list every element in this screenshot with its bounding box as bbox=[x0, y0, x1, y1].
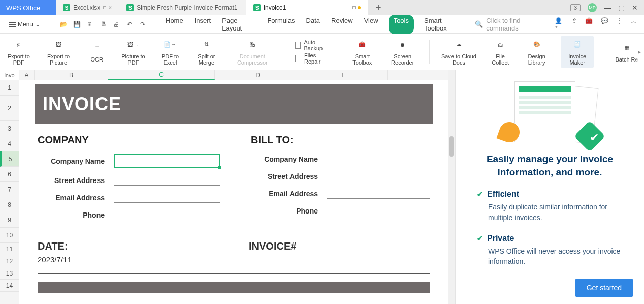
tool-invoice-maker[interactable]: 🧾 Invoice Maker bbox=[561, 36, 594, 68]
row-header[interactable]: 12 bbox=[0, 255, 19, 267]
tab-split-icon[interactable] bbox=[352, 6, 356, 9]
row-header[interactable]: 13 bbox=[0, 267, 19, 280]
undo-icon[interactable]: ↶ bbox=[125, 21, 134, 28]
column-header[interactable]: A bbox=[19, 70, 35, 80]
tool-smart-toolbox[interactable]: 🧰 Smart Toolbox bbox=[348, 38, 376, 66]
worksheet-canvas[interactable]: INVOICE COMPANY Company Name Street Addr… bbox=[19, 80, 448, 304]
tool-split-merge[interactable]: ⇅ Split or Merge bbox=[193, 38, 220, 66]
row-header[interactable]: 4 bbox=[0, 136, 19, 151]
row-header[interactable]: 2 bbox=[0, 96, 19, 121]
tool-screen-recorder[interactable]: ⏺ Screen Recorder bbox=[386, 38, 418, 66]
tab-label: Simple Fresh Purple Invoice Format1 bbox=[137, 4, 237, 11]
ribbon-tab-view[interactable]: View bbox=[363, 15, 379, 34]
minimize-icon[interactable]: — bbox=[604, 4, 611, 12]
recorder-icon: ⏺ bbox=[396, 38, 409, 51]
tool-label: Document Compressor bbox=[230, 53, 275, 66]
split-merge-icon: ⇅ bbox=[200, 38, 213, 51]
save-icon[interactable]: 💾 bbox=[73, 21, 81, 28]
picture-export-icon: 🖼 bbox=[52, 38, 65, 51]
tool-export-pdf[interactable]: ⎘ Export to PDF bbox=[5, 38, 33, 66]
row-header[interactable]: 6 bbox=[0, 167, 19, 182]
tab-close-icon[interactable]: × bbox=[108, 4, 112, 11]
date-value[interactable]: 2023/7/11 bbox=[38, 255, 218, 264]
open-icon[interactable]: 📂 bbox=[59, 21, 68, 28]
ribbon-scroll-right[interactable]: ▸ bbox=[635, 34, 644, 70]
row-header[interactable]: 11 bbox=[0, 243, 19, 255]
vertical-scrollbar[interactable] bbox=[448, 70, 455, 304]
column-header[interactable]: D bbox=[215, 70, 301, 80]
row-header[interactable]: 7 bbox=[0, 182, 19, 197]
tool-auto-backup[interactable]: Auto Backup bbox=[295, 39, 328, 51]
tool-file-collect[interactable]: 🗂 File Collect bbox=[488, 38, 512, 66]
new-tab-button[interactable]: + bbox=[368, 0, 389, 15]
spreadsheet-icon: S bbox=[63, 4, 70, 11]
tool-design-library[interactable]: 🎨 Design Library bbox=[523, 38, 551, 66]
maximize-icon[interactable]: ▢ bbox=[618, 4, 625, 12]
redo-icon[interactable]: ↷ bbox=[139, 21, 147, 28]
collapse-ribbon-icon[interactable]: ︿ bbox=[631, 17, 637, 32]
row-header[interactable]: 14 bbox=[0, 280, 19, 292]
feedback-icon[interactable]: 💬 bbox=[601, 17, 608, 32]
tab-split-icon[interactable] bbox=[103, 6, 106, 9]
document-tab-active[interactable]: S invoice1 bbox=[246, 0, 368, 15]
close-icon[interactable]: ✕ bbox=[632, 4, 638, 12]
field-input-line[interactable] bbox=[114, 193, 220, 203]
share-icon[interactable]: ⇪ bbox=[572, 17, 577, 32]
avatar[interactable]: MP bbox=[588, 3, 597, 12]
row-header[interactable]: 9 bbox=[0, 212, 19, 228]
row-header[interactable]: 3 bbox=[0, 121, 19, 136]
tool-label: Save to Cloud Docs bbox=[440, 53, 478, 66]
get-started-button[interactable]: Get started bbox=[575, 279, 633, 297]
row-header[interactable]: 10 bbox=[0, 228, 19, 243]
tool-picture-to-pdf[interactable]: 🖼→ Picture to PDF bbox=[119, 38, 147, 66]
tab-label: invoice1 bbox=[264, 4, 286, 11]
user-add-icon[interactable]: 👤⁺ bbox=[555, 17, 564, 32]
print-preview-icon[interactable]: 🗎 bbox=[86, 21, 94, 28]
menu-button[interactable]: Menu ⌄ bbox=[4, 18, 45, 31]
search-placeholder: Click to find commands bbox=[486, 17, 553, 32]
field-input-line[interactable] bbox=[114, 175, 220, 186]
row-header[interactable]: 5 bbox=[0, 151, 19, 167]
date-label: DATE: bbox=[38, 240, 218, 252]
ribbon-tab-smart-toolbox[interactable]: Smart Toolbox bbox=[423, 15, 464, 34]
ribbon-tab-home[interactable]: Home bbox=[165, 15, 184, 34]
document-tab[interactable]: S Simple Fresh Purple Invoice Format1 bbox=[119, 0, 246, 15]
ribbon-tab-insert[interactable]: Insert bbox=[194, 15, 212, 34]
column-header[interactable]: E bbox=[301, 70, 388, 80]
toolbox-icon[interactable]: 🧰 bbox=[585, 17, 593, 32]
column-header[interactable]: B bbox=[35, 70, 108, 80]
ribbon-tools: ⎘ Export to PDF 🖼 Export to Picture ⌗ OC… bbox=[0, 34, 644, 70]
print-direct-icon[interactable]: 🖨 bbox=[112, 21, 120, 28]
unsaved-dot-icon bbox=[358, 6, 361, 9]
document-tab[interactable]: S Excel.xlsx × bbox=[56, 0, 119, 15]
field-input-line[interactable] bbox=[327, 171, 430, 181]
tool-export-picture[interactable]: 🖼 Export to Picture bbox=[43, 38, 75, 66]
field-input-line[interactable] bbox=[114, 210, 220, 220]
active-cell[interactable] bbox=[114, 154, 220, 168]
tool-label: Design Library bbox=[523, 53, 551, 66]
backup-icon bbox=[295, 42, 301, 49]
feature-title: Private bbox=[487, 234, 514, 243]
field-input-line[interactable] bbox=[327, 206, 430, 216]
row-header[interactable]: 8 bbox=[0, 197, 19, 212]
ribbon-tab-page-layout[interactable]: Page Layout bbox=[221, 15, 257, 34]
row-header[interactable]: 1 bbox=[0, 80, 19, 96]
ribbon-tab-data[interactable]: Data bbox=[305, 15, 321, 34]
tool-ocr[interactable]: ⌗ OCR bbox=[85, 41, 109, 63]
tool-save-cloud[interactable]: ☁ Save to Cloud Docs bbox=[440, 38, 478, 66]
ribbon-tab-tools[interactable]: Tools bbox=[389, 15, 414, 34]
print-icon[interactable]: 🖶 bbox=[99, 21, 107, 28]
more-icon[interactable]: ⋮ bbox=[617, 17, 623, 32]
column-header[interactable]: C bbox=[108, 70, 215, 80]
field-input-line[interactable] bbox=[327, 154, 430, 164]
field-input-line[interactable] bbox=[327, 189, 430, 199]
tool-label: Smart Toolbox bbox=[348, 53, 376, 66]
name-box[interactable]: invo bbox=[0, 70, 19, 80]
tool-pdf-to-excel[interactable]: 📄→ PDF to Excel bbox=[157, 38, 183, 66]
tool-files-repair[interactable]: Files Repair bbox=[295, 52, 328, 65]
ribbon-tab-review[interactable]: Review bbox=[330, 15, 354, 34]
tool-label: Invoice Maker bbox=[564, 53, 591, 66]
window-count-badge[interactable]: 3 bbox=[570, 4, 581, 11]
ribbon-tab-formulas[interactable]: Formulas bbox=[266, 15, 296, 34]
command-search[interactable]: 🔍 Click to find commands bbox=[475, 17, 553, 32]
